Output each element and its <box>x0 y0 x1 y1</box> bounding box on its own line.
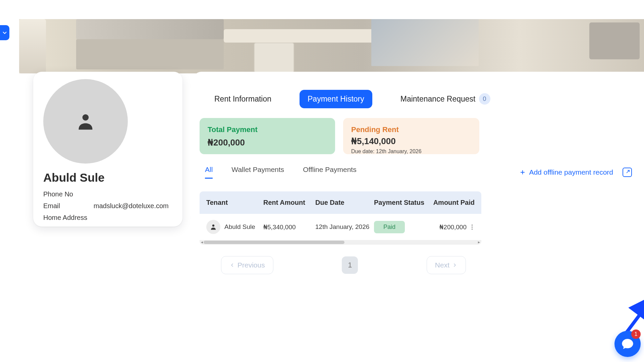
table-row[interactable]: Abuld Sule ₦5,340,000 12th January, 2026… <box>200 214 481 240</box>
pending-rent-due: Due date: 12th January, 2026 <box>351 148 471 155</box>
person-icon <box>74 110 97 133</box>
cover-banner <box>19 19 644 73</box>
tab-payment-history[interactable]: Payment History <box>300 90 372 108</box>
pagination: Previous 1 Next <box>221 256 466 274</box>
total-payment-card: Total Payment ₦200,000 <box>200 118 335 154</box>
payment-actions: Add offline payment record <box>520 168 632 177</box>
plus-icon <box>520 169 526 175</box>
next-label: Next <box>435 261 449 269</box>
chat-unread-badge: 1 <box>631 329 641 339</box>
payment-filter-row: All Wallet Payments Offline Payments Add… <box>193 154 644 179</box>
top-whitespace <box>0 0 644 19</box>
chevron-down-icon <box>2 30 8 36</box>
avatar <box>43 79 128 164</box>
pending-rent-card: Pending Rent ₦5,140,000 Due date: 12th J… <box>343 118 479 154</box>
email-value: madsluck@doteluxe.com <box>94 202 169 210</box>
th-rent-amount: Rent Amount <box>263 199 315 206</box>
scroll-right-arrow-icon: ► <box>477 240 481 244</box>
filter-wallet-payments[interactable]: Wallet Payments <box>231 166 284 179</box>
email-label: Email <box>43 202 94 210</box>
tab-maintenance-request[interactable]: Maintenance Request 0 <box>392 88 498 109</box>
row-rent-amount: ₦5,340,000 <box>263 223 315 231</box>
add-offline-payment-label: Add offline payment record <box>529 168 613 176</box>
row-actions-menu-button[interactable] <box>469 225 475 230</box>
tenant-profile-card: Abuld Sule Phone No Email madsluck@dotel… <box>33 72 182 227</box>
summary-cards: Total Payment ₦200,000 Pending Rent ₦5,1… <box>193 118 644 154</box>
kebab-dot-icon <box>472 227 473 228</box>
row-due-date: 12th January, 2026 <box>315 223 374 231</box>
tab-maintenance-label: Maintenance Request <box>400 95 476 104</box>
main-panel: Rent Information Payment History Mainten… <box>193 72 644 362</box>
person-icon <box>209 223 217 231</box>
filter-all[interactable]: All <box>205 166 213 179</box>
status-badge: Paid <box>374 221 405 233</box>
th-amount-paid: Amount Paid <box>431 199 475 206</box>
th-due-date: Due Date <box>315 199 374 206</box>
th-payment-status: Payment Status <box>374 199 431 206</box>
chat-bubble-icon <box>621 337 634 351</box>
add-offline-payment-button[interactable]: Add offline payment record <box>520 168 613 176</box>
pending-rent-title: Pending Rent <box>351 125 471 134</box>
row-avatar <box>206 220 220 234</box>
tab-rent-information[interactable]: Rent Information <box>206 90 279 108</box>
kebab-dot-icon <box>472 229 473 230</box>
next-page-button[interactable]: Next <box>427 256 466 274</box>
row-amount-paid: ₦200,000 <box>439 223 467 231</box>
total-payment-title: Total Payment <box>208 125 327 134</box>
chat-button[interactable]: 1 <box>614 331 641 357</box>
previous-page-button[interactable]: Previous <box>221 256 273 274</box>
page-number[interactable]: 1 <box>342 256 358 274</box>
address-label: Home Address <box>43 214 94 222</box>
chevron-right-icon <box>452 262 458 268</box>
payment-filter-tabs: All Wallet Payments Offline Payments <box>205 166 357 179</box>
previous-label: Previous <box>237 261 265 269</box>
row-tenant-name: Abuld Sule <box>224 223 255 231</box>
table-header: Tenant Rent Amount Due Date Payment Stat… <box>200 191 481 214</box>
scroll-left-arrow-icon: ◄ <box>200 240 204 244</box>
sidebar-collapse-tab[interactable] <box>0 25 9 40</box>
payments-table: Tenant Rent Amount Due Date Payment Stat… <box>200 191 481 245</box>
scrollbar-thumb[interactable] <box>204 241 344 244</box>
table-horizontal-scrollbar[interactable]: ◄ ► <box>200 240 481 245</box>
tenant-name: Abuld Sule <box>43 171 172 184</box>
export-button[interactable] <box>623 168 632 177</box>
external-link-icon <box>624 169 630 175</box>
maintenance-count-badge: 0 <box>479 93 490 105</box>
th-tenant: Tenant <box>206 199 263 206</box>
filter-offline-payments[interactable]: Offline Payments <box>303 166 357 179</box>
section-tabs: Rent Information Payment History Mainten… <box>193 72 644 118</box>
phone-label: Phone No <box>43 190 94 198</box>
kebab-dot-icon <box>472 225 473 226</box>
svg-point-3 <box>212 225 214 227</box>
chevron-left-icon <box>229 262 235 268</box>
svg-point-0 <box>83 114 89 121</box>
total-payment-value: ₦200,000 <box>208 137 327 148</box>
pending-rent-value: ₦5,140,000 <box>351 136 471 146</box>
